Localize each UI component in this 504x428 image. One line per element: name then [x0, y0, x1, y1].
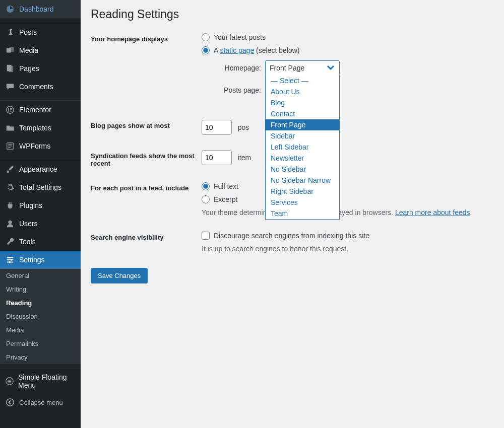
radio-static-page-label[interactable]: A static page (select below) [214, 46, 299, 54]
radio-full-text-input[interactable] [202, 182, 210, 190]
sidebar-item-settings[interactable]: Settings [0, 251, 81, 269]
dropdown-option[interactable]: Left Sidebar [266, 141, 339, 153]
sidebar-item-label: WPForms [19, 142, 50, 150]
plug-icon [5, 200, 15, 210]
static-page-link[interactable]: static page [220, 46, 254, 54]
pages-icon [5, 63, 15, 74]
discourage-checkbox-label[interactable]: Discourage search engines from indexing … [214, 232, 369, 240]
gear-icon [5, 182, 15, 192]
sidebar-item-label: Total Settings [19, 183, 61, 191]
collapse-menu-button[interactable]: Collapse menu [0, 393, 81, 411]
dropdown-option[interactable]: No Sidebar Narrow [266, 175, 339, 186]
comment-icon [5, 82, 15, 92]
dropdown-option[interactable]: Sidebar [266, 130, 339, 141]
homepage-select[interactable]: Front Page — Select — About Us Blog Cont… [265, 60, 340, 76]
blog-pages-input[interactable] [202, 120, 232, 135]
svg-point-13 [8, 221, 12, 224]
homepage-select-display[interactable]: Front Page [265, 60, 340, 76]
dropdown-option[interactable]: Right Sidebar [266, 186, 339, 197]
sidebar-item-pages[interactable]: Pages [0, 59, 81, 78]
svg-rect-8 [10, 111, 12, 112]
dropdown-option[interactable]: Team [266, 208, 339, 219]
search-visibility-desc: It is up to search engines to honor this… [202, 245, 494, 253]
sidebar-item-label: Media [19, 46, 38, 54]
save-changes-button[interactable]: Save Changes [91, 268, 148, 283]
dropdown-option[interactable]: — Select — [266, 75, 339, 86]
sub-item-privacy[interactable]: Privacy [0, 350, 81, 364]
radio-latest-posts-label[interactable]: Your latest posts [214, 33, 266, 41]
homepage-select-value: Front Page [270, 64, 304, 72]
svg-point-18 [11, 259, 13, 261]
sidebar-item-users[interactable]: Users [0, 215, 81, 233]
sliders-icon [5, 255, 15, 265]
svg-rect-23 [8, 383, 11, 383]
pin-icon [5, 27, 15, 37]
sidebar-item-appearance[interactable]: Appearance [0, 160, 81, 178]
sidebar-item-posts[interactable]: Posts [0, 23, 81, 41]
sidebar-item-comments[interactable]: Comments [0, 78, 81, 96]
main-content: Reading Settings Your homepage displays … [81, 0, 504, 428]
sub-item-permalinks[interactable]: Permalinks [0, 337, 81, 350]
sidebar-item-simple-floating-menu[interactable]: Simple Floating Menu [0, 369, 81, 393]
sidebar-item-media[interactable]: Media [0, 41, 81, 59]
dropdown-option[interactable]: Blog [266, 97, 339, 108]
sub-item-general[interactable]: General [0, 269, 81, 282]
learn-more-feeds-link[interactable]: Learn more about feeds [395, 208, 470, 217]
radio-static-page-input[interactable] [202, 46, 210, 54]
row-homepage-displays: Your homepage displays Your latest posts… [91, 33, 494, 105]
radio-latest-posts-input[interactable] [202, 33, 210, 41]
sub-item-media[interactable]: Media [0, 323, 81, 337]
sidebar-item-templates[interactable]: Templates [0, 119, 81, 137]
elementor-icon [5, 105, 15, 115]
svg-point-17 [8, 257, 10, 259]
posts-page-select-label: Posts page: [214, 86, 261, 94]
user-icon [5, 219, 15, 229]
label-feed-include: For each post in a feed, include [91, 182, 202, 192]
label-search-visibility: Search engine visibility [91, 232, 202, 241]
sidebar-item-label: Comments [19, 83, 53, 91]
sidebar-item-label: Templates [19, 124, 51, 132]
homepage-select-label: Homepage: [214, 64, 261, 72]
sidebar-item-tools[interactable]: Tools [0, 233, 81, 251]
svg-rect-11 [8, 146, 12, 146]
sub-item-writing[interactable]: Writing [0, 282, 81, 296]
dropdown-option[interactable]: No Sidebar [266, 164, 339, 175]
homepage-dropdown: — Select — About Us Blog Contact Front P… [265, 75, 340, 220]
field-blog-pages: pos [202, 120, 494, 135]
sidebar-item-elementor[interactable]: Elementor [0, 101, 81, 119]
radio-excerpt-input[interactable] [202, 195, 210, 203]
sidebar-item-wpforms[interactable]: WPForms [0, 137, 81, 155]
brush-icon [5, 164, 15, 174]
dropdown-option[interactable]: Contact [266, 108, 339, 119]
radio-excerpt-label[interactable]: Excerpt [214, 195, 237, 203]
svg-rect-21 [8, 380, 11, 380]
sidebar-item-label: Settings [19, 256, 45, 264]
chevron-down-icon [326, 63, 335, 74]
admin-sidebar: Dashboard Posts Media Pages Comments Ele… [0, 0, 81, 428]
sidebar-item-total-settings[interactable]: Total Settings [0, 178, 81, 196]
syndication-input[interactable] [202, 150, 232, 165]
svg-rect-1 [9, 47, 14, 52]
sidebar-item-label: Pages [19, 64, 39, 73]
posts-page-select-row: Posts page: [214, 83, 494, 98]
collapse-icon [5, 397, 15, 407]
sidebar-item-dashboard[interactable]: Dashboard [0, 0, 81, 18]
wrench-icon [5, 237, 15, 247]
svg-rect-5 [8, 108, 9, 111]
dropdown-option[interactable]: About Us [266, 86, 339, 97]
dropdown-option[interactable]: Services [266, 197, 339, 208]
dropdown-option[interactable]: Newsletter [266, 153, 339, 164]
feed-description: Your theme determines how content is dis… [202, 208, 494, 217]
discourage-checkbox[interactable] [202, 232, 210, 240]
svg-point-19 [9, 261, 11, 263]
field-homepage-displays: Your latest posts A static page (select … [202, 33, 494, 105]
radio-full-text-label[interactable]: Full text [214, 182, 238, 190]
folder-icon [5, 123, 15, 133]
dropdown-option[interactable]: Front Page [266, 119, 339, 130]
svg-rect-10 [8, 144, 12, 145]
settings-submenu: General Writing Reading Discussion Media… [0, 269, 81, 364]
sub-item-discussion[interactable]: Discussion [0, 310, 81, 323]
sidebar-item-plugins[interactable]: Plugins [0, 196, 81, 215]
sub-item-reading[interactable]: Reading [0, 296, 81, 310]
row-search-visibility: Search engine visibility Discourage sear… [91, 232, 494, 253]
